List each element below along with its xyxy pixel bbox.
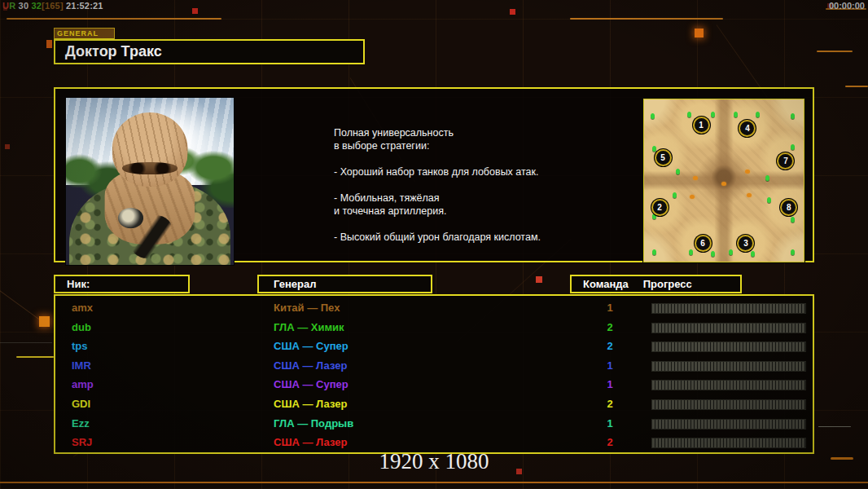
supply-dot — [652, 146, 656, 152]
portrait-head — [112, 112, 188, 186]
supply-dot — [676, 169, 680, 174]
player-nick: GDI — [72, 398, 90, 410]
progress-track — [652, 381, 805, 390]
supply-dot — [729, 249, 733, 255]
progress-track — [652, 324, 805, 333]
decor-line — [831, 457, 853, 460]
header-general-label: Генерал — [274, 278, 316, 290]
player-team: 1 — [603, 302, 617, 314]
player-progress-bar — [651, 438, 806, 448]
player-nick: amx — [72, 302, 93, 314]
player-general: США — Лазер — [274, 398, 347, 410]
player-row: GDIСША — Лазер2 — [55, 396, 813, 416]
supply-dot — [765, 175, 769, 181]
player-general: США — Супер — [274, 340, 349, 352]
player-progress-bar — [651, 323, 806, 333]
player-progress-bar — [651, 303, 806, 314]
info-line — [334, 178, 627, 192]
minimap-terrain — [644, 99, 804, 262]
oil-dot — [745, 170, 750, 174]
info-line: - Мобильная, тяжёлая — [334, 192, 627, 205]
stat-part: U — [2, 1, 9, 11]
stat-part: [165] — [42, 1, 64, 11]
decor-line — [818, 426, 851, 427]
supply-dot — [689, 249, 693, 255]
decor-square — [192, 8, 198, 14]
player-team: 2 — [603, 340, 617, 352]
player-row: dubГЛА — Химик2 — [55, 319, 813, 339]
decor-line — [16, 356, 54, 358]
player-row: amxКитай — Пех1 — [55, 300, 813, 319]
info-line: и точечная артиллерия. — [334, 205, 627, 218]
progress-track — [652, 342, 805, 351]
start-position-1: 1 — [693, 117, 710, 134]
start-position-6: 6 — [695, 235, 712, 252]
player-general: США — Супер — [274, 378, 349, 390]
resolution-label: 1920 x 1080 — [379, 449, 489, 474]
header-nick-label: Ник: — [67, 278, 90, 290]
player-nick: Ezz — [72, 417, 90, 430]
general-name-title: Доктор Тракс — [54, 39, 365, 64]
player-row: EzzГЛА — Подрыв1 — [55, 416, 813, 435]
progress-track — [652, 304, 805, 313]
start-position-2: 2 — [651, 199, 669, 216]
decor-square — [695, 29, 704, 37]
header-team-progress: Команда Прогресс — [570, 275, 742, 293]
player-progress-bar — [651, 380, 806, 390]
supply-dot — [652, 249, 656, 255]
info-line: Полная универсальность — [334, 126, 627, 139]
player-progress-bar — [651, 419, 806, 430]
decor-square — [39, 316, 50, 327]
portrait-goggles — [118, 208, 143, 228]
player-progress-bar — [651, 361, 806, 372]
progress-track — [652, 400, 805, 409]
player-team: 1 — [603, 378, 617, 390]
player-general: США — Лазер — [274, 359, 347, 372]
decor-line — [570, 18, 723, 20]
decor-square — [536, 276, 542, 283]
info-line: - Высокий общий урон благодаря кислотам. — [334, 231, 627, 244]
decor-diagonal — [0, 342, 52, 343]
player-team: 2 — [603, 321, 617, 333]
decor-square — [510, 9, 515, 15]
supply-dot — [651, 113, 655, 119]
player-general: ГЛА — Подрыв — [274, 417, 353, 430]
gentool-stats: UR 30 32[165] 21:52:21 — [2, 1, 103, 11]
player-team: 2 — [603, 398, 617, 410]
minimap: 14572863 — [643, 99, 804, 262]
info-line: в выборе стратегии: — [334, 139, 627, 152]
general-info-text: Полная универсальностьв выборе стратегии… — [334, 126, 627, 244]
player-progress-bar — [651, 399, 806, 410]
decor-line — [845, 86, 868, 87]
loading-screen: UR 30 32[165] 21:52:21 00:00:00 GENERAL … — [0, 0, 868, 489]
info-line — [334, 152, 627, 165]
player-general: ГЛА — Химик — [274, 321, 344, 333]
player-team: 2 — [603, 436, 617, 448]
supply-dot — [734, 112, 738, 117]
supply-dot — [687, 112, 691, 117]
stat-part: 21:52:21 — [64, 1, 103, 11]
progress-track — [652, 362, 805, 371]
stat-part: 30 — [15, 1, 31, 11]
player-general: Китай — Пех — [274, 302, 340, 314]
player-nick: dub — [72, 321, 91, 333]
header-progress-label: Прогресс — [643, 278, 692, 290]
players-panel: amxКитай — Пех1dubГЛА — Химик2tpsСША — С… — [54, 294, 814, 454]
player-row: ampСША — Супер1 — [55, 377, 813, 396]
general-tab: GENERAL — [54, 28, 115, 40]
header-team-label: Команда — [583, 278, 629, 290]
general-info-panel: Полная универсальностьв выборе стратегии… — [54, 87, 814, 262]
oil-dot — [693, 176, 698, 180]
player-row: tpsСША — Супер2 — [55, 338, 813, 358]
player-row: IMRСША — Лазер1 — [55, 358, 813, 377]
decor-square — [516, 469, 522, 474]
info-line — [334, 218, 627, 231]
player-nick: tps — [72, 340, 88, 352]
decor-square — [5, 144, 10, 149]
progress-track — [652, 438, 805, 447]
info-line: - Хороший набор танков для лобовых атак. — [334, 165, 627, 178]
players-list: amxКитай — Пех1dubГЛА — Химик2tpsСША — С… — [55, 296, 813, 452]
player-nick: IMR — [72, 359, 91, 372]
player-progress-bar — [651, 341, 806, 352]
player-team: 1 — [603, 359, 617, 372]
